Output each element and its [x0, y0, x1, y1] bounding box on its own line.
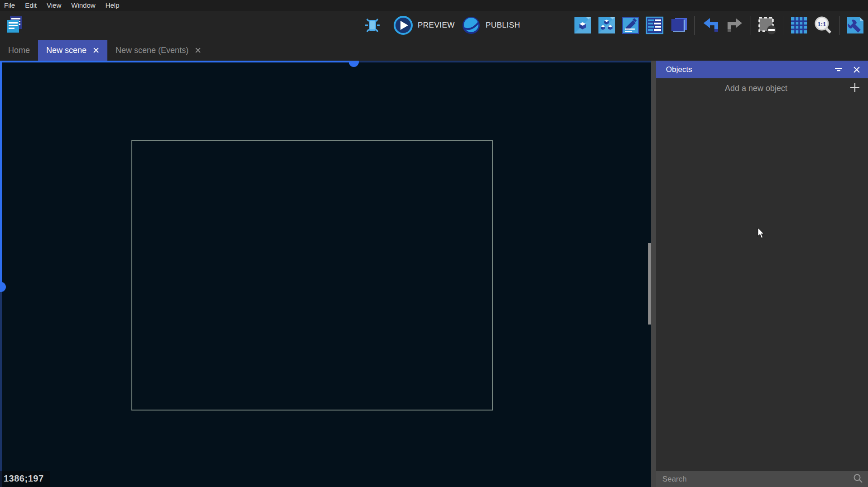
publish-globe-icon	[461, 15, 481, 35]
toolbar-separator	[839, 16, 839, 35]
game-window-frame	[131, 140, 493, 411]
publish-label: PUBLISH	[486, 21, 520, 30]
scene-editor-canvas[interactable]: 1386;197	[0, 61, 651, 487]
toolbar-separator	[783, 16, 783, 35]
vscroll-handle[interactable]	[0, 282, 6, 292]
close-panel-icon[interactable]	[852, 65, 862, 75]
main-toolbar: PREVIEW PUBLISH	[0, 11, 868, 40]
plus-icon	[849, 81, 861, 95]
object-groups-icon[interactable]	[597, 15, 617, 35]
menu-view[interactable]: View	[42, 0, 66, 11]
tab-close-icon[interactable]	[195, 47, 201, 53]
menu-file[interactable]: File	[0, 0, 20, 11]
properties-icon[interactable]	[621, 15, 641, 35]
objects-panel-header: Objects	[656, 61, 868, 78]
objects-panel: Objects Add a new object	[656, 61, 868, 487]
menu-edit[interactable]: Edit	[20, 0, 42, 11]
search-icon[interactable]	[853, 473, 863, 486]
tab-new-scene[interactable]: New scene	[38, 40, 107, 61]
panel-resize-divider[interactable]	[651, 61, 656, 487]
hscroll-indicator-left	[0, 61, 353, 62]
vscroll-indicator-bottom	[0, 287, 2, 487]
zoom-1-1-icon[interactable]: 1:1	[813, 15, 833, 35]
add-new-object-button[interactable]: Add a new object	[656, 78, 868, 98]
undo-icon[interactable]	[701, 15, 721, 35]
hscroll-handle[interactable]	[349, 61, 359, 67]
hscroll-indicator-right	[353, 61, 651, 62]
tab-close-icon[interactable]	[93, 47, 99, 53]
svg-text:1:1: 1:1	[818, 21, 826, 28]
objects-editor-icon[interactable]	[573, 15, 593, 35]
toolbar-separator	[751, 16, 751, 35]
menu-bar: File Edit View Window Help	[0, 0, 868, 11]
objects-search-bar	[656, 471, 868, 487]
preview-label: PREVIEW	[418, 21, 455, 30]
grid-icon[interactable]	[789, 15, 809, 35]
cursor-coordinates: 1386;197	[0, 471, 50, 487]
layers-icon[interactable]	[669, 15, 689, 35]
instances-list-icon[interactable]	[645, 15, 665, 35]
tab-new-scene-events[interactable]: New scene (Events)	[107, 40, 209, 61]
vscroll-indicator-top	[0, 61, 2, 287]
add-new-object-label: Add a new object	[663, 84, 849, 93]
filter-icon[interactable]	[834, 65, 844, 75]
objects-list-empty-area[interactable]	[656, 98, 868, 471]
deselect-all-icon[interactable]	[757, 15, 777, 35]
menu-window[interactable]: Window	[66, 0, 100, 11]
objects-search-input[interactable]	[662, 475, 853, 484]
editor-tab-bar: Home New scene New scene (Events)	[0, 40, 868, 61]
settings-wrench-icon[interactable]	[845, 15, 865, 35]
tab-new-scene-label: New scene	[46, 46, 87, 55]
debug-icon[interactable]	[362, 15, 382, 35]
toolbar-separator	[694, 16, 695, 35]
tab-home[interactable]: Home	[0, 40, 38, 61]
objects-panel-title: Objects	[666, 65, 825, 74]
tab-new-scene-events-label: New scene (Events)	[116, 46, 188, 55]
tab-home-label: Home	[8, 46, 30, 55]
preview-play-icon	[393, 15, 413, 35]
redo-icon[interactable]	[725, 15, 745, 35]
publish-button[interactable]: PUBLISH	[461, 15, 520, 35]
preview-button[interactable]: PREVIEW	[393, 15, 455, 35]
menu-help[interactable]: Help	[101, 0, 125, 11]
project-manager-icon[interactable]	[5, 14, 24, 34]
